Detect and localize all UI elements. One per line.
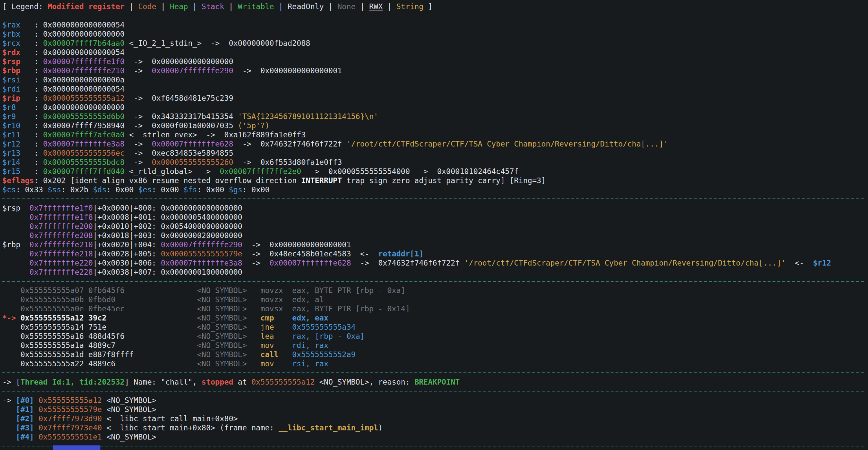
offset: |+0x0028|+005: bbox=[93, 250, 161, 258]
text bbox=[2, 332, 20, 341]
operands: rax, [rbp - 0xa] bbox=[292, 332, 365, 341]
register-name: $r12 bbox=[2, 140, 20, 148]
register-value: 0xec834853e5894855 bbox=[152, 149, 233, 157]
legend-none: None bbox=[338, 2, 355, 11]
address: 0x555555555a12 bbox=[39, 396, 102, 405]
text bbox=[106, 323, 197, 331]
address: 0x555555555a12 39c2 bbox=[20, 314, 106, 322]
text: -> bbox=[242, 250, 270, 258]
text: : bbox=[34, 176, 43, 185]
reg-r13: $r13 : 0x00005555555556ec -> 0xec834853e… bbox=[2, 149, 868, 158]
symbol-name: <NO_SYMBOL> bbox=[197, 350, 247, 359]
text: -> bbox=[351, 259, 378, 267]
address: 0x7fffffffe210 bbox=[29, 240, 93, 249]
asm-line-a16: 0x555555555a16 488d45f6 <NO_SYMBOL> lea … bbox=[2, 332, 868, 341]
legend-line: [ Legend: Modified register | Code | Hea… bbox=[2, 2, 868, 11]
text: -> bbox=[125, 140, 152, 148]
reg-rax: $rax : 0x0000000000000054 bbox=[2, 20, 868, 29]
mnemonic: lea bbox=[260, 332, 274, 341]
text bbox=[247, 359, 261, 368]
text: : bbox=[61, 186, 70, 194]
text: -> bbox=[125, 66, 152, 75]
instruction-past: 0x555555555a0e 0fbe45ec <NO_SYMBOL> movs… bbox=[20, 304, 410, 313]
string-literal: '/root/ctf/CTFdScraper/CTF/TSA Cyber Cha… bbox=[464, 259, 785, 267]
mnemonic: mov bbox=[260, 359, 274, 368]
pointer-label: $rsp bbox=[2, 204, 29, 212]
reg-rbx: $rbx : 0x0000000000000000 bbox=[2, 29, 868, 39]
stack-line-5: 0x7fffffffe218|+0x0028|+005: 0x000055555… bbox=[2, 249, 868, 258]
stack-line-7: 0x7fffffffe228|+0x0038|+007: 0x000000010… bbox=[2, 267, 868, 277]
offset: |+0x0018|+003: bbox=[93, 231, 161, 240]
legend-heap: Heap bbox=[170, 2, 188, 11]
text: -> bbox=[233, 66, 260, 75]
text bbox=[2, 231, 29, 240]
frame-name: __libc_start_main_impl bbox=[279, 423, 378, 432]
section-separator bbox=[2, 194, 868, 203]
register-value: 0xa162f889fa1e0ff3 bbox=[224, 130, 306, 139]
trace-frame-1: [#1] 0x55555555579e <NO_SYMBOL> bbox=[2, 405, 868, 414]
address: 0x7ffff7973e40 bbox=[39, 423, 102, 432]
register-value: 0xf6458d481e75c239 bbox=[152, 94, 233, 102]
legend-stack: Stack bbox=[202, 2, 224, 11]
text: | bbox=[224, 2, 238, 11]
register-name: $rsi bbox=[2, 75, 20, 84]
address: 0x00007fffffffe628 bbox=[270, 259, 351, 267]
register-name: $cs bbox=[2, 186, 16, 194]
text: -> bbox=[193, 167, 220, 175]
register-name: $fs bbox=[184, 186, 197, 194]
text: | bbox=[274, 2, 288, 11]
text bbox=[2, 414, 16, 423]
text: ) bbox=[378, 423, 383, 432]
text: : bbox=[16, 103, 43, 111]
register-name: $eflags bbox=[2, 176, 34, 185]
asm-line-a22: 0x555555555a22 4889c6 <NO_SYMBOL> mov rs… bbox=[2, 359, 868, 368]
reg-r9: $r9 : 0x000055555555d6b0 -> 0x343332317b… bbox=[2, 112, 868, 121]
text bbox=[247, 314, 261, 322]
address: 0x00007fffffffe290 bbox=[161, 240, 242, 249]
text: | bbox=[383, 2, 396, 11]
text bbox=[2, 295, 20, 304]
address: 0x00007fffffffe1f0 bbox=[43, 57, 125, 66]
trace-frame-4: [#4] 0x5555555551e1 <NO_SYMBOL> bbox=[2, 432, 868, 442]
text bbox=[134, 350, 197, 359]
register-value: 0x00010102464c457f bbox=[437, 167, 518, 175]
text: -> bbox=[125, 94, 152, 102]
frame-index: [#3] bbox=[16, 423, 34, 432]
text: : bbox=[20, 66, 43, 75]
text: : bbox=[20, 85, 43, 93]
address: 0x00007fffffffe3a8 bbox=[161, 259, 242, 267]
text: | bbox=[125, 2, 138, 11]
symbol-name: <NO_SYMBOL> bbox=[197, 332, 247, 341]
symbol-name: <NO_SYMBOL> bbox=[197, 314, 247, 322]
offset: |+0x0008|+001: bbox=[93, 213, 161, 221]
string-literal: 'TSA{1234567891011121314156}\n' bbox=[238, 112, 378, 121]
register-name: $es bbox=[138, 186, 152, 194]
frame-index: [#4] bbox=[16, 433, 34, 441]
text: | bbox=[355, 2, 369, 11]
current-instruction-marker: *-> bbox=[2, 314, 20, 322]
text: : bbox=[152, 186, 161, 194]
symbol-name: <__strlen_evex> bbox=[125, 130, 197, 139]
text: <- bbox=[786, 259, 813, 267]
text bbox=[34, 414, 39, 423]
text bbox=[247, 350, 261, 359]
address: 0x555555555a1a 4889c7 bbox=[20, 341, 116, 350]
address: 0x7fffffffe228 bbox=[29, 268, 93, 276]
register-value: 0x33 bbox=[25, 186, 48, 194]
address: 0x00007ffff7958940 bbox=[43, 121, 125, 130]
text: : bbox=[20, 121, 43, 130]
text: | bbox=[156, 2, 170, 11]
text bbox=[2, 304, 20, 313]
string-literal: '/root/ctf/CTFdScraper/CTF/TSA Cyber Cha… bbox=[346, 140, 668, 148]
text: : bbox=[16, 186, 25, 194]
text bbox=[2, 359, 20, 368]
text: : bbox=[106, 186, 116, 194]
flag-set-interrupt: INTERRUPT bbox=[301, 176, 342, 185]
register-name: $r9 bbox=[2, 112, 16, 121]
blank-line bbox=[2, 11, 868, 20]
terminal[interactable]: [ Legend: Modified register | Code | Hea… bbox=[0, 0, 868, 450]
offset: |+0x0020|+004: bbox=[93, 240, 161, 249]
text bbox=[2, 341, 20, 350]
stack-value: 0x0000000000000001 bbox=[270, 240, 351, 249]
symbol-name: <NO_SYMBOL> bbox=[197, 341, 247, 350]
